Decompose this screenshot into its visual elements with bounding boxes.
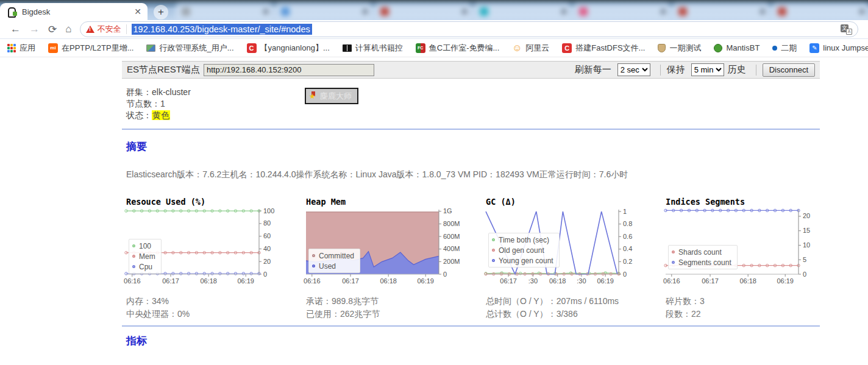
back-icon[interactable]: ← <box>10 23 21 35</box>
url-field[interactable]: 不安全 192.168.40.253/bigdesk-master/_site/… <box>80 21 858 37</box>
refresh-interval-select[interactable]: 2 sec <box>617 63 650 76</box>
chart-resource-used: Resouce Used (%) 02040608010006:1606:170… <box>126 197 306 289</box>
reload-icon[interactable]: ⟳ <box>48 23 57 36</box>
svg-text:20: 20 <box>803 212 810 219</box>
refresh-label: 刷新每一 <box>575 64 611 76</box>
tab-bigdesk[interactable]: Bigdesk ✕ <box>0 3 148 20</box>
stats-row: 内存：34% 中央处理器：0% 承诺：989.8兆字节 已使用：262兆字节 总… <box>122 295 820 321</box>
toolbar-divider <box>756 65 756 76</box>
toolbar-divider <box>660 65 661 76</box>
section-divider <box>122 325 820 327</box>
bookmark-computer-books[interactable]: 计算机书籍控 <box>343 43 403 54</box>
charts-row: Resouce Used (%) 02040608010006:1606:170… <box>122 197 820 289</box>
svg-text:60: 60 <box>263 232 271 239</box>
status-badge: 黄色 <box>152 110 170 120</box>
svg-text:0: 0 <box>443 271 447 278</box>
node-button[interactable]: 麋鹿大师 <box>305 88 358 104</box>
forward-icon[interactable]: → <box>29 23 40 35</box>
bookmark-fastdfs[interactable]: 搭建FastDFS文件... <box>562 43 645 54</box>
bigdesk-page: ES节点REST端点 刷新每一 2 sec 保持 5 min 历史 Discon… <box>122 61 820 365</box>
chart-gc: GC (Δ) 00.20.40.60.8106:17:3006:18:3006:… <box>486 197 666 289</box>
target-icon <box>772 46 777 51</box>
svg-text:100: 100 <box>263 207 274 214</box>
bookmark-mantisbt[interactable]: MantisBT <box>714 43 760 52</box>
csdn-icon <box>247 43 257 53</box>
bookmark-fishc[interactable]: 鱼C工作室-免费编... <box>416 43 500 54</box>
svg-text:0.8: 0.8 <box>623 220 632 227</box>
keep-label: 保持 <box>667 64 685 76</box>
chart-indices-segments: Indices Segments 0510152006:1606:1706:18… <box>666 197 845 289</box>
shield-icon <box>658 44 666 52</box>
bigdesk-favicon <box>7 7 17 16</box>
bookmark-aliyun[interactable]: 阿里云 <box>512 43 549 54</box>
apps-shortcut[interactable]: 应用 <box>7 43 35 54</box>
node-count-line: 节点数：1 <box>126 98 820 110</box>
svg-text:80: 80 <box>263 219 271 227</box>
bookmarks-bar: 应用 在PPTP/L2TP里增... 行政管理系统_用户... 【yangnia… <box>0 39 868 57</box>
svg-text:06:17: 06:17 <box>162 277 179 285</box>
svg-text:06:19: 06:19 <box>417 277 434 285</box>
history-window-select[interactable]: 5 min <box>691 63 724 76</box>
security-warning-icon[interactable] <box>86 26 94 33</box>
svg-text:5: 5 <box>803 256 806 263</box>
svg-text:06:16: 06:16 <box>124 277 141 285</box>
bookmark-pptp[interactable]: 在PPTP/L2TP里增... <box>48 43 133 54</box>
svg-text:10: 10 <box>803 241 810 249</box>
stats-gc: 总时间（O / Y）：207ms / 6110ms 总计数（O / Y）：3/3… <box>486 295 666 321</box>
svg-text:600M: 600M <box>443 233 460 240</box>
mantis-icon <box>714 44 722 52</box>
svg-text:0: 0 <box>263 271 267 278</box>
svg-text:06:19: 06:19 <box>237 277 254 285</box>
security-warning-label[interactable]: 不安全 <box>98 24 121 35</box>
chart-legend: Shards countSegments count <box>668 245 738 269</box>
svg-text:400M: 400M <box>443 245 460 252</box>
svg-text:06:17: 06:17 <box>342 277 359 285</box>
endpoint-input[interactable] <box>204 64 374 76</box>
new-tab-button[interactable]: + <box>154 5 168 19</box>
section-divider <box>122 129 820 130</box>
bookmark-jumpserver[interactable]: linux Jumpserver... <box>809 43 868 53</box>
tab-strip: Bigdesk ✕ + <box>0 0 868 20</box>
svg-text:15: 15 <box>803 227 810 234</box>
stats-segments: 碎片数：3 段数：22 <box>666 295 845 321</box>
home-icon[interactable]: ⌂ <box>65 23 71 35</box>
pen-icon <box>809 43 819 53</box>
stats-resource: 内存：34% 中央处理器：0% <box>126 295 306 321</box>
bookmark-admin-system[interactable]: 行政管理系统_用户... <box>146 43 233 54</box>
disconnect-button[interactable]: Disconnect <box>763 63 815 77</box>
bookmark-yangnianlong[interactable]: 【yangnianlong】... <box>247 43 330 54</box>
fishc-icon <box>416 43 425 53</box>
tab-close-icon[interactable]: ✕ <box>133 7 143 16</box>
address-bar: ← → ⟳ ⌂ 不安全 192.168.40.253/bigdesk-maste… <box>0 20 868 39</box>
svg-text::30: :30 <box>577 277 586 285</box>
node-button-label: 麋鹿大师 <box>320 90 352 102</box>
stats-heap: 承诺：989.8兆字节 已使用：262兆字节 <box>306 295 486 321</box>
endpoint-label: ES节点REST端点 <box>127 64 200 76</box>
history-label: 历史 <box>728 64 746 76</box>
summary-heading: 摘要 <box>126 140 820 154</box>
svg-text:40: 40 <box>263 245 271 252</box>
tab-title: Bigdesk <box>22 7 133 16</box>
translate-icon[interactable] <box>841 24 852 35</box>
bookmark-phase1-test[interactable]: 一期测试 <box>658 43 701 54</box>
svg-text:0.4: 0.4 <box>623 245 632 252</box>
cluster-info: 群集：elk-cluster 节点数：1 状态：黄色 麋鹿大师 <box>122 87 820 121</box>
chart-heap-mem: Heap Mem 0200M400M600M800M1G06:1606:1706… <box>306 197 486 289</box>
svg-text:0.2: 0.2 <box>623 258 632 265</box>
svg-text:06:18: 06:18 <box>200 277 217 285</box>
svg-text:06:16: 06:16 <box>663 277 680 285</box>
cluster-name-line: 群集：elk-cluster <box>126 87 820 98</box>
bookmark-phase2[interactable]: 二期 <box>772 43 797 54</box>
svg-text:0: 0 <box>623 271 627 278</box>
xiaomi-icon <box>48 43 58 53</box>
svg-text:20: 20 <box>263 258 271 265</box>
cluster-status-line: 状态：黄色 <box>126 110 820 121</box>
svg-text:06:17: 06:17 <box>702 277 719 285</box>
node-summary-line: Elasticsearch版本：7.6.2主机名：10.244.4.0操作系统名… <box>126 169 820 180</box>
svg-text:06:19: 06:19 <box>597 277 614 285</box>
url-text[interactable]: 192.168.40.253/bigdesk-master/_site/#nod… <box>132 24 312 35</box>
svg-text:0.6: 0.6 <box>623 233 632 240</box>
connection-toolbar: ES节点REST端点 刷新每一 2 sec 保持 5 min 历史 Discon… <box>122 61 820 79</box>
background-tabs-blurred <box>176 4 868 20</box>
svg-text:06:16: 06:16 <box>304 277 321 285</box>
